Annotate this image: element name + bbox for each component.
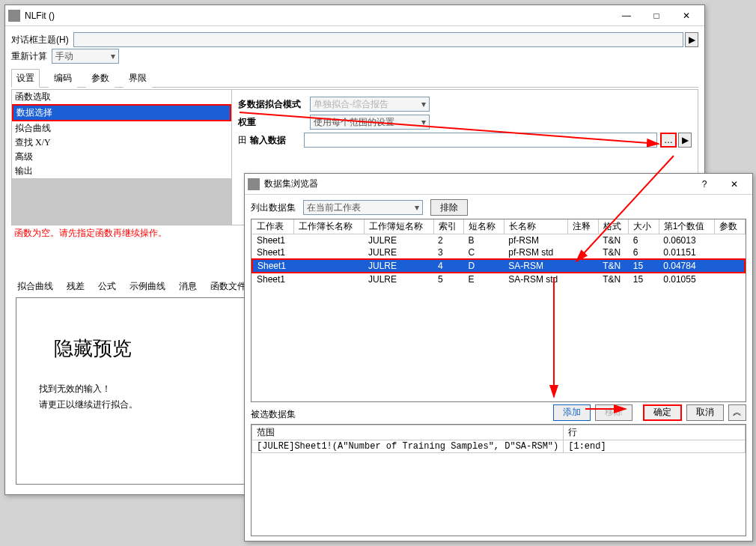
window-title: NLFit () — [25, 10, 612, 21]
dsb-close-button[interactable]: ✕ — [719, 175, 749, 194]
column-header[interactable]: 索引 — [433, 219, 464, 234]
column-header[interactable]: 长名称 — [504, 219, 567, 234]
lower-tab-函数文件[interactable]: 函数文件 — [207, 279, 249, 294]
setting-item-4[interactable]: 高级 — [12, 150, 231, 164]
dataset-browser-window: 数据集浏览器 ? ✕ 列出数据集 在当前工作表 排除 工作表工作簿长名称工作簿短… — [244, 173, 753, 542]
help-button[interactable]: ? — [689, 175, 719, 194]
cancel-button[interactable]: 取消 — [686, 404, 724, 421]
column-header[interactable]: 第1个数值 — [659, 219, 714, 234]
input-data-browse-button[interactable]: … — [660, 133, 677, 148]
tab-参数[interactable]: 参数 — [86, 69, 115, 88]
setting-item-2[interactable]: 拟合曲线 — [12, 121, 231, 136]
lower-tab-消息[interactable]: 消息 — [176, 279, 200, 294]
weight-label: 权重 — [238, 116, 310, 129]
column-header[interactable]: 短名称 — [464, 219, 504, 234]
remove-button[interactable]: 移除 — [595, 404, 632, 421]
maximize-button[interactable]: □ — [641, 6, 671, 25]
app-icon — [8, 10, 20, 22]
setting-item-0[interactable]: 函数选取 — [12, 90, 231, 104]
column-header[interactable]: 大小 — [629, 219, 659, 234]
list-datasets-select[interactable]: 在当前工作表 — [303, 200, 423, 215]
preview-message: 找到无效的输入！ 请更正以继续进行拟合。 — [39, 380, 138, 412]
app-icon — [248, 178, 260, 190]
lower-tab-拟合曲线[interactable]: 拟合曲线 — [14, 279, 56, 294]
dialog-theme-menu-button[interactable]: ▶ — [685, 32, 698, 47]
tab-编码[interactable]: 编码 — [49, 69, 77, 88]
close-button[interactable]: ✕ — [671, 6, 701, 25]
lower-tab-公式[interactable]: 公式 — [95, 279, 119, 294]
column-header[interactable]: 工作簿长名称 — [294, 219, 364, 234]
range-header[interactable]: 范围 — [252, 425, 564, 440]
minimize-button[interactable]: — — [612, 6, 641, 25]
range-header[interactable]: 行 — [564, 425, 746, 440]
lower-tab-示例曲线[interactable]: 示例曲线 — [126, 279, 168, 294]
multi-mode-select[interactable]: 单独拟合-综合报告 — [310, 97, 430, 112]
table-row[interactable]: Sheet1JULRE4DSA-RSMT&N150.04784 — [252, 259, 745, 273]
top-tabs: 设置编码参数界限 — [11, 68, 698, 88]
dsb-title: 数据集浏览器 — [264, 178, 689, 190]
selected-range-grid[interactable]: 范围行[JULRE]Sheet1!(A"Number of Training S… — [251, 424, 746, 536]
table-row[interactable]: Sheet1JULRE2Bpf-RSMT&N60.06013 — [252, 234, 745, 247]
column-header[interactable]: 注释 — [568, 219, 599, 234]
lower-tab-残差[interactable]: 残差 — [64, 279, 88, 294]
recalc-select[interactable]: 手动 — [52, 49, 119, 64]
recalc-label: 重新计算 — [11, 50, 47, 63]
input-data-label: 输入数据 — [250, 134, 304, 147]
table-row[interactable]: Sheet1JULRE5ESA-RSM stdT&N150.01055 — [252, 273, 745, 285]
preview-title: 隐藏预览 — [54, 336, 132, 362]
column-header[interactable]: 格式 — [598, 219, 629, 234]
settings-left-list[interactable]: 函数选取数据选择拟合曲线查找 X/Y高级输出 — [12, 90, 232, 225]
table-row[interactable]: Sheet1JULRE3Cpf-RSM stdT&N60.01151 — [252, 246, 745, 259]
selected-datasets-label: 被选数据集 — [251, 408, 296, 421]
range-row[interactable]: [JULRE]Sheet1!(A"Number of Training Samp… — [252, 440, 746, 453]
ok-button[interactable]: 确定 — [643, 404, 682, 421]
expand-icon[interactable]: 田 — [238, 134, 247, 147]
add-button[interactable]: 添加 — [553, 404, 591, 421]
exclude-button[interactable]: 排除 — [430, 199, 468, 216]
dialog-theme-input[interactable] — [73, 32, 683, 47]
setting-item-5[interactable]: 输出 — [12, 164, 231, 178]
setting-item-3[interactable]: 查找 X/Y — [12, 136, 231, 150]
setting-item-1[interactable]: 数据选择 — [12, 104, 231, 121]
input-data-menu-button[interactable]: ▶ — [678, 133, 692, 148]
dataset-table[interactable]: 工作表工作簿长名称工作簿短名称索引短名称长名称注释格式大小第1个数值参数Shee… — [251, 219, 746, 402]
column-header[interactable]: 参数 — [714, 219, 745, 234]
dsb-titlebar[interactable]: 数据集浏览器 ? ✕ — [245, 174, 752, 195]
list-datasets-label: 列出数据集 — [251, 201, 296, 214]
multi-mode-label: 多数据拟合模式 — [238, 98, 310, 111]
tab-设置[interactable]: 设置 — [11, 69, 40, 88]
dialog-theme-label: 对话框主题(H) — [11, 34, 69, 46]
weight-select[interactable]: 使用每个范围的设置 — [310, 115, 430, 130]
collapse-button[interactable]: ︽ — [728, 404, 746, 421]
tab-界限[interactable]: 界限 — [124, 69, 152, 88]
column-header[interactable]: 工作表 — [252, 219, 294, 234]
column-header[interactable]: 工作簿短名称 — [364, 219, 433, 234]
nlfit-titlebar[interactable]: NLFit () — □ ✕ — [5, 5, 704, 26]
input-data-field[interactable] — [304, 133, 657, 148]
